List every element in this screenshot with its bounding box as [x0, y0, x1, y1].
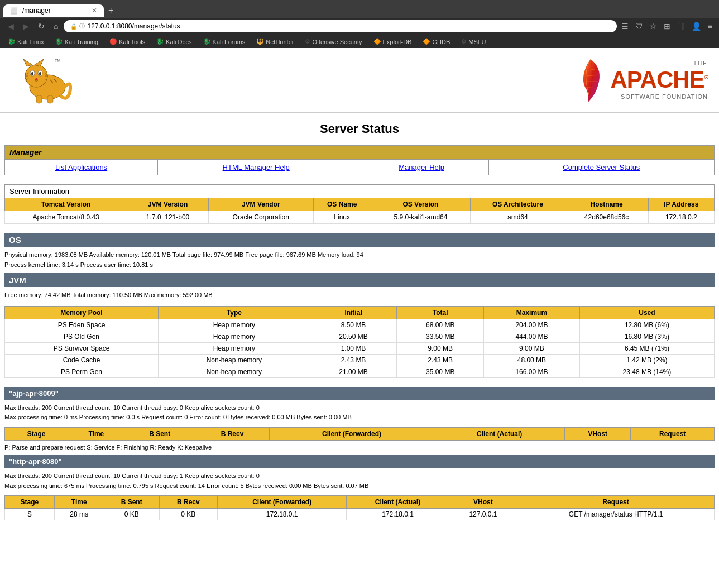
os-section-banner: OS [4, 233, 715, 247]
svg-point-13 [31, 72, 33, 75]
manager-help-cell[interactable]: Manager Help [354, 160, 488, 175]
server-info-data-row: Apache Tomcat/8.0.43 1.7.0_121-b00 Oracl… [5, 211, 715, 224]
http-request-value: GET /manager/status HTTP/1.1 [517, 509, 715, 520]
address-bar[interactable]: 🔒 ⓘ 127.0.0.1:8080/manager/status [64, 20, 616, 32]
os-version-value: 5.9.0-kali1-amd64 [371, 211, 470, 224]
nethunter-icon: 🔱 [256, 38, 264, 45]
apache-text: THE APACHE® SOFTWARE FOUNDATION [610, 60, 708, 100]
ajp-col-request: Request [631, 427, 715, 440]
bookmark-offensive-security[interactable]: ⚙ Offensive Security [301, 37, 365, 46]
bookmark-page-icon[interactable]: ☰ [619, 21, 631, 32]
server-information-table: Server Information Tomcat Version JVM Ve… [4, 184, 715, 224]
tab-sync-icon[interactable]: ⟦⟧ [675, 21, 687, 32]
url-display[interactable]: 127.0.0.1:8080/manager/status [87, 22, 610, 30]
svg-marker-4 [35, 59, 44, 66]
col-jvm-version: JVM Version [127, 198, 209, 211]
svg-text:TM: TM [55, 59, 60, 63]
pool-used-0: 12.80 MB (6%) [579, 319, 714, 331]
pool-total-4: 35.00 MB [397, 366, 484, 377]
pool-name-3: Code Cache [5, 354, 159, 366]
manager-label: Manager [9, 148, 42, 157]
ajp-connector-table: Stage Time B Sent B Recv Client (Forward… [4, 427, 715, 441]
pool-name-0: PS Eden Space [5, 319, 159, 331]
shield-icon[interactable]: 🛡 [633, 21, 645, 32]
svg-point-2 [25, 65, 47, 87]
pool-used-3: 1.42 MB (2%) [579, 354, 714, 366]
kali-tools-icon: 🔴 [109, 38, 117, 45]
library-icon[interactable]: ⊞ [662, 21, 673, 32]
html-manager-help-cell[interactable]: HTML Manager Help [158, 160, 354, 175]
list-applications-cell[interactable]: List Applications [5, 160, 158, 175]
pool-name-2: PS Survivor Space [5, 342, 159, 354]
http-header-row: Stage Time B Sent B Recv Client (Forward… [5, 496, 715, 509]
col-jvm-vendor: JVM Vendor [208, 198, 313, 211]
bookmark-exploit-db[interactable]: 🔶 Exploit-DB [370, 37, 415, 46]
browser-chrome: ⬜ /manager ✕ + ◀ ▶ ↻ ⌂ 🔒 ⓘ 127.0.0.1:808… [0, 0, 719, 48]
memory-row-0: PS Eden Space Heap memory 8.50 MB 68.00 … [5, 319, 715, 331]
kali-linux-icon: 🐉 [8, 38, 16, 45]
bookmark-nethunter[interactable]: 🔱 NetHunter [253, 37, 297, 46]
pool-total-1: 33.50 MB [397, 331, 484, 342]
software-foundation-text: SOFTWARE FOUNDATION [610, 93, 708, 100]
html-manager-help-link[interactable]: HTML Manager Help [223, 163, 290, 171]
pool-initial-4: 21.00 MB [310, 366, 397, 377]
new-tab-button[interactable]: + [104, 3, 118, 18]
profile-icon[interactable]: 👤 [689, 21, 703, 32]
tab-favicon: ⬜ [10, 7, 18, 15]
pool-max-1: 444.00 MB [484, 331, 580, 342]
ajp-col-time: Time [68, 427, 124, 440]
http-col-time: Time [54, 496, 104, 509]
page-header: TM [0, 48, 719, 113]
complete-server-status-cell[interactable]: Complete Server Status [488, 160, 714, 175]
bookmark-msfu[interactable]: ⚙ MSFU [458, 37, 489, 46]
pool-type-3: Non-heap memory [158, 354, 310, 366]
pool-total-2: 9.00 MB [397, 342, 484, 354]
bookmark-kali-forums[interactable]: 🐉 Kali Forums [200, 37, 249, 46]
page-content: TM [0, 48, 719, 520]
pool-type-4: Non-heap memory [158, 366, 310, 377]
server-info-header-row: Tomcat Version JVM Version JVM Vendor OS… [5, 198, 715, 211]
bookmark-kali-docs[interactable]: 🐉 Kali Docs [153, 37, 195, 46]
memory-row-2: PS Survivor Space Heap memory 1.00 MB 9.… [5, 342, 715, 354]
os-line1: Physical memory: 1983.08 MB Available me… [4, 250, 715, 260]
ajp-col-client-actual: Client (Actual) [434, 427, 565, 440]
http-col-request: Request [517, 496, 715, 509]
back-button[interactable]: ◀ [4, 21, 17, 32]
hostname-value: 42d60e68d56c [565, 211, 648, 224]
bookmark-ghdb[interactable]: 🔶 GHDB [419, 37, 453, 46]
col-memory-used: Used [579, 306, 714, 319]
manager-help-link[interactable]: Manager Help [399, 163, 444, 171]
tab-close-button[interactable]: ✕ [92, 7, 97, 15]
star-icon[interactable]: ☆ [648, 21, 659, 32]
http-col-client-actual: Client (Actual) [347, 496, 449, 509]
http-col-client-fwd: Client (Forwarded) [218, 496, 347, 509]
forward-button[interactable]: ▶ [20, 21, 32, 32]
bookmark-kali-tools[interactable]: 🔴 Kali Tools [106, 37, 148, 46]
bookmark-kali-training[interactable]: 🐉 Kali Training [52, 37, 102, 46]
refresh-button[interactable]: ↻ [35, 21, 48, 32]
complete-server-status-link[interactable]: Complete Server Status [563, 163, 640, 171]
server-info-label: Server Information [9, 187, 69, 195]
ajp-col-bsent: B Sent [124, 427, 195, 440]
pool-type-0: Heap memory [158, 319, 310, 331]
active-tab[interactable]: ⬜ /manager ✕ [3, 4, 104, 17]
http-bsent-value: 0 KB [104, 509, 159, 520]
list-applications-link[interactable]: List Applications [55, 163, 107, 171]
ajp-line2: Max processing time: 0 ms Processing tim… [4, 413, 715, 423]
ip-address-value: 172.18.0.2 [648, 211, 714, 224]
http-line1: Max threads: 200 Current thread count: 1… [4, 471, 715, 481]
menu-icon[interactable]: ≡ [706, 21, 715, 32]
bookmark-kali-linux[interactable]: 🐉 Kali Linux [4, 37, 47, 46]
http-data-row: S 28 ms 0 KB 0 KB 172.18.0.1 172.18.0.1 … [5, 509, 715, 520]
col-os-name: OS Name [313, 198, 371, 211]
security-lock-icon: 🔒 [70, 23, 77, 30]
exploit-db-icon: 🔶 [373, 38, 381, 45]
http-vhost-value: 127.0.0.1 [449, 509, 517, 520]
ajp-col-stage: Stage [5, 427, 68, 440]
http-time-value: 28 ms [54, 509, 104, 520]
home-button[interactable]: ⌂ [50, 21, 61, 32]
col-memory-pool: Memory Pool [5, 306, 159, 319]
os-arch-value: amd64 [471, 211, 565, 224]
http-connector-banner: "http-apr-8080" [4, 455, 715, 468]
ajp-legend: P: Parse and prepare request S: Service … [0, 443, 719, 455]
